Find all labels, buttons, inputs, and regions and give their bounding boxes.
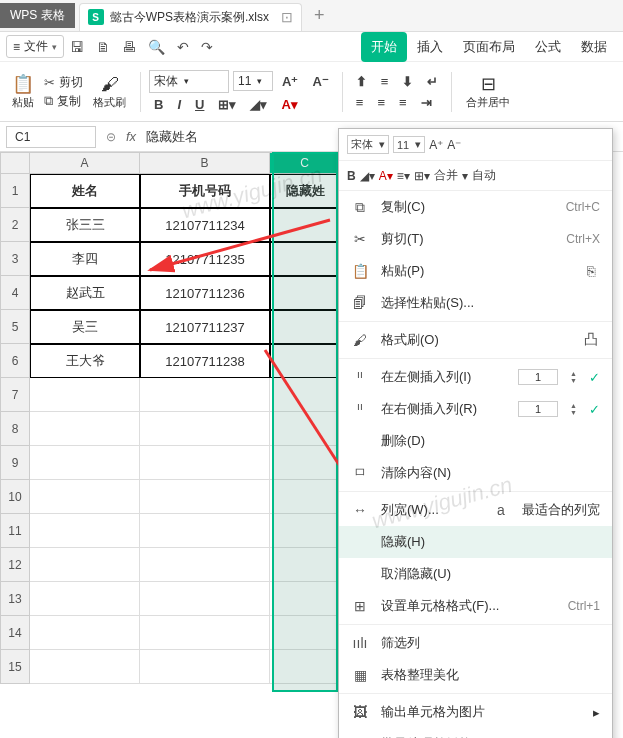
mini-auto-button[interactable]: 自动 [472, 167, 496, 184]
wrap-text-icon[interactable]: ↵ [422, 72, 443, 91]
mini-fill-icon[interactable]: ◢▾ [360, 169, 375, 183]
mini-merge-button[interactable]: 合并 [434, 167, 458, 184]
insert-count-spinner[interactable]: 1 [518, 369, 558, 385]
context-menu-item[interactable]: 🖌格式刷(O)凸 [339, 324, 612, 356]
align-top-icon[interactable]: ⬆ [351, 72, 372, 91]
context-menu-item[interactable]: ↔列宽(W)...a最适合的列宽 [339, 494, 612, 526]
cell[interactable]: 12107711237 [140, 310, 270, 344]
bold-button[interactable]: B [149, 95, 168, 114]
preview-icon[interactable]: 🔍 [148, 39, 165, 55]
cell[interactable] [140, 378, 270, 412]
cell[interactable]: 12107711236 [140, 276, 270, 310]
save-icon[interactable]: 🖫 [70, 39, 84, 55]
cell[interactable] [30, 548, 140, 582]
cell[interactable] [30, 480, 140, 514]
underline-button[interactable]: U [190, 95, 209, 114]
mini-decrease-font-icon[interactable]: A⁻ [447, 138, 461, 152]
mini-size-select[interactable]: 11 ▾ [393, 136, 425, 153]
cell[interactable] [140, 514, 270, 548]
new-icon[interactable]: 🗎 [96, 39, 110, 55]
fx-label[interactable]: fx [126, 129, 136, 144]
context-menu-item[interactable]: ✂剪切(T)Ctrl+X [339, 223, 612, 255]
insert-count-spinner[interactable]: 1 [518, 401, 558, 417]
row-header[interactable]: 11 [0, 514, 30, 548]
indent-icon[interactable]: ⇥ [416, 93, 437, 112]
context-menu-item[interactable]: ᑊᑊ在右侧插入列(R)1▲▼✓ [339, 393, 612, 425]
paste-button[interactable]: 📋 粘贴 [6, 71, 40, 112]
cell[interactable]: 李四 [30, 242, 140, 276]
copy-button[interactable]: ⧉复制 [44, 93, 83, 110]
merge-center-button[interactable]: ⊟ 合并居中 [460, 71, 516, 112]
border-button[interactable]: ⊞▾ [213, 95, 241, 114]
row-header[interactable]: 2 [0, 208, 30, 242]
context-menu-item[interactable]: ⊞设置单元格格式(F)...Ctrl+1 [339, 590, 612, 622]
row-header[interactable]: 8 [0, 412, 30, 446]
mini-font-select[interactable]: 宋体 ▾ [347, 135, 389, 154]
cell[interactable]: 赵武五 [30, 276, 140, 310]
cell[interactable] [30, 616, 140, 650]
align-middle-icon[interactable]: ≡ [376, 72, 394, 91]
cell[interactable] [140, 446, 270, 480]
context-menu-item[interactable]: 删除(D) [339, 425, 612, 457]
add-tab-button[interactable]: + [314, 5, 325, 26]
mini-increase-font-icon[interactable]: A⁺ [429, 138, 443, 152]
context-menu-item[interactable]: 🗐选择性粘贴(S)... [339, 287, 612, 319]
cell[interactable]: 姓名 [30, 174, 140, 208]
cell-name-box[interactable]: C1 [6, 126, 96, 148]
mini-bold-icon[interactable]: B [347, 169, 356, 183]
context-menu-item[interactable]: 🖼输出单元格为图片▸ [339, 696, 612, 728]
format-painter-button[interactable]: 🖌 格式刷 [87, 72, 132, 112]
decrease-font-icon[interactable]: A⁻ [307, 72, 333, 91]
formula-value[interactable]: 隐藏姓名 [146, 128, 198, 146]
menu-tab-0[interactable]: 开始 [361, 32, 407, 62]
align-right-icon[interactable]: ≡ [394, 93, 412, 112]
menu-tab-2[interactable]: 页面布局 [453, 32, 525, 62]
redo-icon[interactable]: ↷ [201, 39, 213, 55]
close-icon[interactable]: ⊡ [281, 9, 293, 25]
cell[interactable] [140, 616, 270, 650]
context-menu-item[interactable]: ᑊᑊ在左侧插入列(I)1▲▼✓ [339, 361, 612, 393]
row-header[interactable]: 1 [0, 174, 30, 208]
context-menu-item[interactable]: 批量处理单元格(Q)▸ [339, 728, 612, 738]
cell[interactable] [30, 446, 140, 480]
increase-font-icon[interactable]: A⁺ [277, 72, 303, 91]
context-menu-item[interactable]: ıılı筛选列 [339, 627, 612, 659]
zoom-icon[interactable]: ⊝ [106, 130, 116, 144]
context-menu-item[interactable]: ⧉复制(C)Ctrl+C [339, 191, 612, 223]
row-header[interactable]: 6 [0, 344, 30, 378]
cell[interactable] [30, 514, 140, 548]
italic-button[interactable]: I [172, 95, 186, 114]
row-header[interactable]: 7 [0, 378, 30, 412]
menu-tab-4[interactable]: 数据 [571, 32, 617, 62]
menu-tab-3[interactable]: 公式 [525, 32, 571, 62]
align-bottom-icon[interactable]: ⬇ [397, 72, 418, 91]
row-header[interactable]: 10 [0, 480, 30, 514]
cell[interactable]: 手机号码 [140, 174, 270, 208]
mini-align-icon[interactable]: ≡▾ [397, 169, 410, 183]
select-all-corner[interactable] [0, 152, 30, 174]
cut-button[interactable]: ✂剪切 [44, 74, 83, 91]
mini-border-icon[interactable]: ⊞▾ [414, 169, 430, 183]
cell[interactable] [30, 378, 140, 412]
context-menu-item[interactable]: 隐藏(H) [339, 526, 612, 558]
cell[interactable]: 张三三 [30, 208, 140, 242]
cell[interactable] [140, 582, 270, 616]
cell[interactable] [140, 650, 270, 684]
row-header[interactable]: 15 [0, 650, 30, 684]
context-menu-item[interactable]: ㅁ清除内容(N) [339, 457, 612, 489]
file-menu-button[interactable]: ≡ 文件 ▾ [6, 35, 64, 58]
font-size-select[interactable]: 11▾ [233, 71, 273, 91]
row-header[interactable]: 9 [0, 446, 30, 480]
align-left-icon[interactable]: ≡ [351, 93, 369, 112]
menu-tab-1[interactable]: 插入 [407, 32, 453, 62]
undo-icon[interactable]: ↶ [177, 39, 189, 55]
mini-color-icon[interactable]: A▾ [379, 169, 393, 183]
cell[interactable] [140, 412, 270, 446]
cell[interactable] [30, 582, 140, 616]
column-header[interactable]: A [30, 152, 140, 174]
cell[interactable] [30, 412, 140, 446]
context-menu-item[interactable]: ▦表格整理美化 [339, 659, 612, 691]
document-tab[interactable]: S 懿古今WPS表格演示案例.xlsx ⊡ [79, 3, 302, 31]
align-center-icon[interactable]: ≡ [372, 93, 390, 112]
row-header[interactable]: 4 [0, 276, 30, 310]
